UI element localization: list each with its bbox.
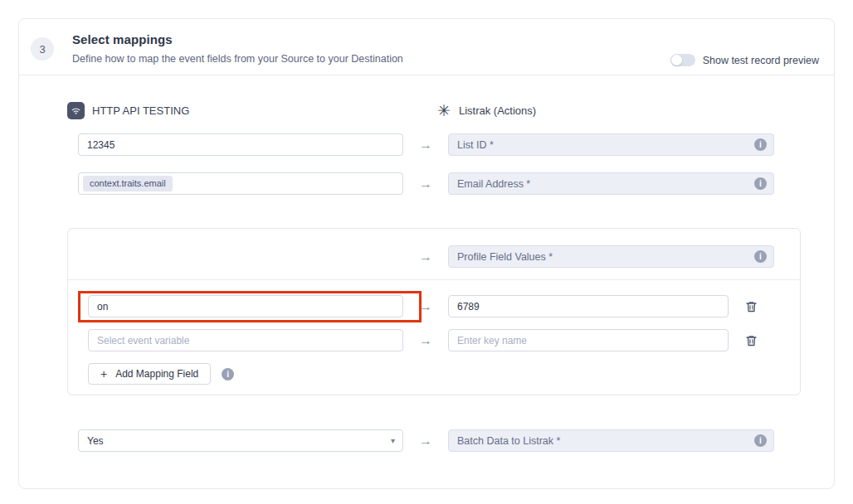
key-name-input[interactable] xyxy=(448,295,729,317)
arrow-icon: → xyxy=(403,138,448,153)
info-icon[interactable]: i xyxy=(754,138,767,151)
delete-row-button[interactable] xyxy=(729,334,774,347)
destination-field-label: Profile Field Values * xyxy=(457,251,553,263)
show-test-record-preview-toggle[interactable]: Show test record preview xyxy=(670,54,819,66)
trash-icon xyxy=(745,300,758,313)
info-icon[interactable]: i xyxy=(754,434,767,447)
toggle-label: Show test record preview xyxy=(703,55,819,66)
add-mapping-field-label: Add Mapping Field xyxy=(115,368,198,380)
arrow-icon: → xyxy=(403,333,448,348)
batch-destination-field: Batch Data to Listrak * i xyxy=(448,429,774,452)
arrow-icon: → xyxy=(403,250,448,264)
mapping-row-email: context.traits.email → Email Address * i xyxy=(78,172,801,195)
info-icon[interactable]: i xyxy=(222,368,234,380)
arrow-icon: → xyxy=(403,299,448,314)
mappings-content: HTTP API TESTING ✳ Listrak (Actions) → L… xyxy=(19,75,834,452)
info-icon[interactable]: i xyxy=(754,250,767,263)
list-id-source-input[interactable] xyxy=(78,133,403,156)
select-mappings-card: 3 Select mappings Define how to map the … xyxy=(18,18,835,489)
add-field-row: + Add Mapping Field i xyxy=(88,363,790,385)
column-headers: HTTP API TESTING ✳ Listrak (Actions) xyxy=(67,102,801,119)
http-api-source-icon xyxy=(67,102,85,119)
email-destination-field: Email Address * i xyxy=(448,172,774,195)
batch-select[interactable]: Yes ▾ xyxy=(78,429,403,452)
toggle-track[interactable] xyxy=(670,54,695,66)
chevron-down-icon: ▾ xyxy=(391,436,395,445)
email-source-input[interactable]: context.traits.email xyxy=(78,172,403,195)
event-variable-input[interactable] xyxy=(88,329,403,351)
add-mapping-field-button[interactable]: + Add Mapping Field xyxy=(88,363,211,385)
event-variable-token[interactable]: context.traits.email xyxy=(83,176,173,191)
arrow-icon: → xyxy=(403,177,448,191)
card-header: 3 Select mappings Define how to map the … xyxy=(19,19,834,75)
plus-icon: + xyxy=(100,367,107,380)
destination-field-label: Batch Data to Listrak * xyxy=(457,435,560,447)
mapping-pair-row: → xyxy=(78,329,790,351)
destination-field-label: List ID * xyxy=(457,139,494,151)
source-name: HTTP API TESTING xyxy=(92,104,189,117)
page-subtitle: Define how to map the event fields from … xyxy=(72,53,403,65)
toggle-knob xyxy=(671,55,682,65)
mapping-pair-row: → xyxy=(78,295,790,317)
destination-name: Listrak (Actions) xyxy=(459,104,536,117)
mapping-row-list-id: → List ID * i xyxy=(78,133,801,156)
source-column-header: HTTP API TESTING xyxy=(67,102,392,119)
key-name-input[interactable] xyxy=(448,329,729,351)
header-text: Select mappings Define how to map the ev… xyxy=(72,29,403,75)
list-id-destination-field: List ID * i xyxy=(448,133,774,156)
group-header-row: → Profile Field Values * i xyxy=(68,229,800,280)
arrow-icon: → xyxy=(403,434,448,448)
mapping-row-batch: Yes ▾ → Batch Data to Listrak * i xyxy=(78,429,801,452)
step-number-badge: 3 xyxy=(31,37,54,61)
event-variable-input[interactable] xyxy=(88,295,403,317)
page-title: Select mappings xyxy=(72,32,403,46)
listrak-asterisk-icon: ✳ xyxy=(437,103,451,119)
profile-field-values-group: → Profile Field Values * i → xyxy=(67,228,801,395)
profile-field-values-destination: Profile Field Values * i xyxy=(448,245,774,268)
info-icon[interactable]: i xyxy=(754,177,767,190)
destination-column-header: ✳ Listrak (Actions) xyxy=(437,103,763,119)
group-body: → xyxy=(68,280,800,395)
delete-row-button[interactable] xyxy=(729,300,774,313)
destination-field-label: Email Address * xyxy=(457,178,530,190)
batch-selected-value: Yes xyxy=(87,435,104,447)
trash-icon xyxy=(745,334,758,347)
